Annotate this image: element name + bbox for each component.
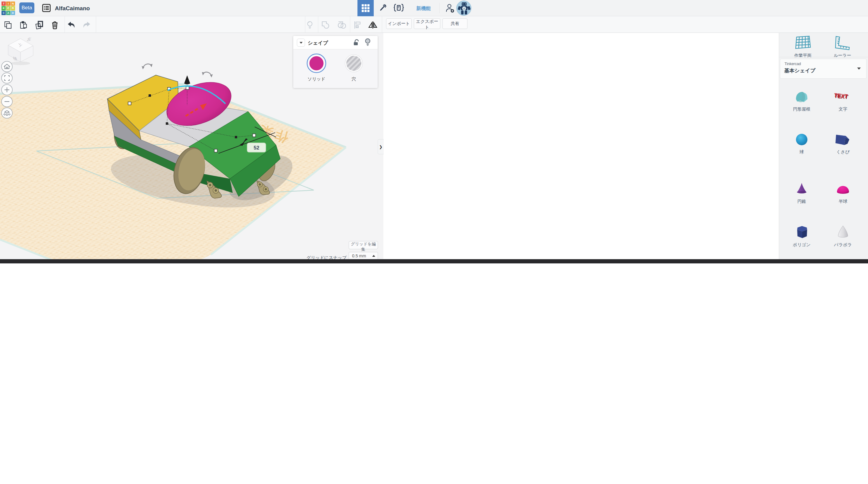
logo-tile: I xyxy=(6,1,10,6)
snap-grid-value: 0.5 mm xyxy=(349,253,372,258)
avatar[interactable] xyxy=(456,1,471,16)
toolbar-separator xyxy=(318,16,318,33)
view-cube[interactable]: 上 後 左 xyxy=(8,36,33,65)
beta-button[interactable]: Beta xyxy=(19,2,34,13)
align-button[interactable] xyxy=(353,21,362,30)
fit-view-button[interactable] xyxy=(1,73,12,84)
minecraft-pickaxe-button[interactable] xyxy=(374,0,391,16)
dashboard-grid-button[interactable] xyxy=(358,0,374,16)
hole-label: 穴 xyxy=(335,76,373,82)
edit-grid-button[interactable]: グリッドを編集 xyxy=(349,241,378,249)
perspective-toggle-button[interactable] xyxy=(1,108,12,118)
new-features-link[interactable]: 新機能 xyxy=(413,5,434,12)
toolbar-separator xyxy=(96,16,96,33)
shape-panel-header: シェイプ xyxy=(293,36,378,50)
toolbar-separator xyxy=(64,16,65,33)
hide-bulb-icon[interactable] xyxy=(364,38,371,48)
logo-tile: E xyxy=(6,6,10,10)
rotate-handle[interactable] xyxy=(202,72,213,78)
toolbar-separator xyxy=(350,16,350,33)
bottom-dark-bar xyxy=(0,259,472,263)
zoom-out-button[interactable] xyxy=(1,96,12,107)
header-separator xyxy=(439,3,440,13)
export-button[interactable]: エクスポート xyxy=(414,19,440,29)
ungroup-button[interactable] xyxy=(338,21,347,30)
sidebar-collapse-tab[interactable]: ❯ xyxy=(378,139,384,154)
paste-button[interactable] xyxy=(19,21,28,30)
show-all-bulb-button[interactable] xyxy=(305,21,314,30)
logo-tile: C xyxy=(1,11,6,15)
share-button[interactable]: 共有 xyxy=(442,19,467,29)
mirror-button[interactable] xyxy=(368,21,377,30)
edit-toolbar: インポート エクスポート 共有 xyxy=(0,16,472,33)
rotate-handle[interactable] xyxy=(142,64,153,69)
undo-button[interactable] xyxy=(67,21,76,30)
logo-tile: T xyxy=(1,1,6,6)
collapse-panel-button[interactable] xyxy=(297,38,305,47)
shape-inspector-panel: シェイプ ソリッド 穴 xyxy=(293,36,378,88)
caret-down-icon xyxy=(300,42,303,44)
unlock-icon[interactable] xyxy=(353,39,360,48)
design-title[interactable]: AlfaCaimano xyxy=(55,5,90,12)
caret-up-icon xyxy=(372,255,375,257)
toolbar-separator xyxy=(382,16,382,33)
raise-handle-cone[interactable] xyxy=(184,75,190,84)
solid-label: ソリッド xyxy=(298,76,335,82)
import-button[interactable]: インポート xyxy=(386,19,412,29)
hole-swatch[interactable]: 穴 xyxy=(335,53,373,82)
solid-swatch[interactable]: ソリッド xyxy=(298,53,335,82)
shape-panel-title: シェイプ xyxy=(308,40,328,47)
snap-grid-select[interactable]: 0.5 mm xyxy=(349,252,378,260)
home-view-button[interactable] xyxy=(1,61,12,72)
logo-tile: R xyxy=(11,6,15,10)
dimension-badge[interactable]: 52 xyxy=(247,143,266,152)
view-nav-buttons xyxy=(1,61,12,118)
logo-tile: K xyxy=(1,6,6,10)
logo-tile: A xyxy=(6,11,10,15)
zoom-in-button[interactable] xyxy=(1,85,12,95)
copy-button[interactable] xyxy=(4,21,13,30)
redo-button[interactable] xyxy=(82,21,91,30)
delete-button[interactable] xyxy=(50,21,59,30)
logo-tile: D xyxy=(11,11,15,15)
svg-text:52: 52 xyxy=(254,145,259,151)
codeblocks-button[interactable] xyxy=(391,0,407,16)
design-menu-icon[interactable] xyxy=(42,4,51,12)
group-button[interactable] xyxy=(321,21,330,30)
viewcube-left-label: 左 xyxy=(26,36,31,42)
tinkercad-logo[interactable]: T I N K E R C A D xyxy=(1,1,15,15)
app-header: T I N K E R C A D Beta AlfaCaimano 新機能 xyxy=(0,0,472,16)
invite-user-button[interactable] xyxy=(442,0,458,16)
duplicate-button[interactable] xyxy=(35,21,44,30)
logo-tile: N xyxy=(11,1,15,6)
